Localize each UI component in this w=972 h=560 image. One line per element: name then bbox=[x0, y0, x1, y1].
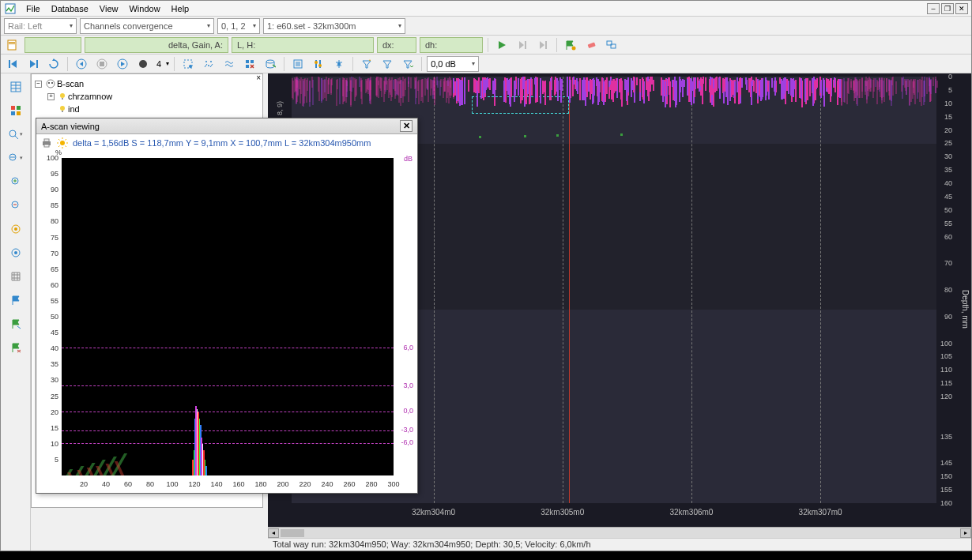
grid-x-icon[interactable] bbox=[241, 55, 258, 73]
delta-field[interactable]: delta, Gain, A: bbox=[85, 37, 228, 53]
svg-point-31 bbox=[337, 62, 341, 66]
svg-line-62 bbox=[58, 146, 60, 148]
file-select[interactable]: 1: e60.set - 32km300m bbox=[263, 18, 405, 34]
rail-select[interactable]: Rail: Left bbox=[4, 18, 77, 34]
tree-close-icon[interactable]: × bbox=[256, 73, 261, 82]
wave-icon[interactable] bbox=[220, 55, 238, 73]
toolbar-1: Rail: Left Channels convergence 0, 1, 2 … bbox=[1, 17, 971, 36]
channels-select[interactable]: Channels convergence bbox=[80, 18, 214, 34]
svg-rect-2 bbox=[9, 42, 15, 43]
svg-rect-33 bbox=[11, 106, 15, 110]
refresh-icon[interactable] bbox=[45, 55, 62, 73]
zoomout-icon[interactable] bbox=[6, 195, 26, 216]
statusbar: Total way run: 32km304m950; Way: 32km304… bbox=[268, 538, 971, 551]
field-a[interactable] bbox=[24, 37, 81, 53]
maximize-button[interactable]: ❐ bbox=[941, 3, 954, 14]
scroll-thumb[interactable] bbox=[281, 529, 304, 537]
collapse-icon[interactable]: − bbox=[35, 81, 42, 88]
svg-rect-22 bbox=[246, 60, 249, 63]
flag-x-icon[interactable] bbox=[6, 337, 26, 358]
dx-field[interactable]: dx: bbox=[377, 37, 416, 53]
menu-window[interactable]: Window bbox=[124, 2, 164, 15]
eraser-icon[interactable] bbox=[582, 36, 600, 54]
svg-point-6 bbox=[572, 46, 576, 50]
zoom-icon[interactable]: ▾ bbox=[6, 124, 26, 145]
funnel-icon[interactable] bbox=[379, 55, 396, 73]
printer-icon[interactable] bbox=[41, 137, 52, 148]
svg-rect-4 bbox=[525, 41, 526, 49]
svg-rect-0 bbox=[6, 4, 15, 13]
channel-range[interactable]: 0, 1, 2 bbox=[217, 18, 260, 34]
tree-root[interactable]: − B-scan bbox=[35, 77, 259, 90]
funnel-star-icon[interactable] bbox=[358, 55, 375, 73]
grid-icon[interactable] bbox=[6, 266, 26, 287]
ascan-close-button[interactable]: ✕ bbox=[400, 120, 413, 132]
filter1-icon[interactable] bbox=[310, 55, 327, 73]
svg-line-61 bbox=[66, 146, 67, 148]
svg-point-29 bbox=[315, 61, 318, 64]
play-skip2-icon[interactable] bbox=[534, 36, 552, 54]
menu-database[interactable]: Database bbox=[47, 2, 93, 15]
h-scrollbar[interactable]: ◂ ▸ bbox=[268, 527, 971, 538]
ascan-plot[interactable] bbox=[62, 158, 394, 475]
svg-point-45 bbox=[47, 80, 55, 88]
play-skip1-icon[interactable] bbox=[514, 36, 531, 54]
ascan-titlebar[interactable]: A-scan viewing ✕ bbox=[36, 118, 417, 134]
rects-icon[interactable] bbox=[603, 36, 620, 54]
step-fwd-icon[interactable] bbox=[24, 55, 42, 73]
svg-point-25 bbox=[266, 60, 274, 63]
svg-rect-54 bbox=[44, 145, 49, 147]
svg-rect-5 bbox=[545, 41, 547, 49]
rewind-icon[interactable] bbox=[73, 55, 90, 73]
db-control[interactable]: 0,0 dB bbox=[427, 56, 479, 72]
step-back-icon[interactable] bbox=[4, 55, 21, 73]
ascan-info: delta = 1,56dB S = 118,7mm Y = 9,1mm X =… bbox=[36, 134, 417, 152]
svg-rect-53 bbox=[44, 139, 49, 141]
svg-rect-1 bbox=[8, 40, 16, 50]
toolbar-2: delta, Gain, A: L, H: dx: dh: bbox=[1, 36, 971, 54]
target-icon[interactable] bbox=[6, 219, 26, 239]
menu-file[interactable]: File bbox=[21, 2, 45, 15]
record-icon[interactable] bbox=[134, 55, 152, 73]
colors-icon[interactable] bbox=[6, 100, 26, 121]
sun-icon[interactable] bbox=[57, 137, 68, 148]
svg-point-47 bbox=[51, 82, 53, 84]
file-icon[interactable] bbox=[4, 36, 21, 54]
funnel-down-icon[interactable] bbox=[399, 55, 416, 73]
main-area: ▾ ▾ × − B-scan bbox=[1, 73, 971, 551]
ascan-body: % dB 10095908580757065605550454035302520… bbox=[36, 152, 417, 493]
lh-field[interactable]: L, H: bbox=[232, 37, 374, 53]
target2-icon[interactable] bbox=[6, 242, 26, 263]
close-button[interactable]: ✕ bbox=[955, 3, 968, 14]
svg-point-21 bbox=[208, 65, 209, 66]
flag-blue-icon[interactable] bbox=[6, 290, 26, 310]
dh-field[interactable]: dh: bbox=[420, 37, 483, 53]
list-icon[interactable] bbox=[289, 55, 307, 73]
content: × − B-scan + chrzamnow i bbox=[31, 73, 971, 551]
tree-item[interactable]: + chrzamnow bbox=[35, 90, 259, 103]
menu-view[interactable]: View bbox=[95, 2, 123, 15]
sparkle-icon[interactable] bbox=[200, 55, 217, 73]
minimize-button[interactable]: – bbox=[927, 3, 940, 14]
play-circle-icon[interactable] bbox=[114, 55, 131, 73]
bulb-icon bbox=[58, 92, 66, 100]
flag-gear-icon[interactable] bbox=[562, 36, 579, 54]
table-icon[interactable] bbox=[6, 77, 26, 97]
select-icon[interactable] bbox=[179, 55, 197, 73]
cursor-line[interactable] bbox=[569, 77, 570, 503]
zoomin-icon[interactable] bbox=[6, 171, 26, 192]
menu-help[interactable]: Help bbox=[167, 2, 194, 15]
db-export-icon[interactable] bbox=[262, 55, 279, 73]
filter2-icon[interactable] bbox=[330, 55, 348, 73]
scroll-left-icon[interactable]: ◂ bbox=[268, 528, 279, 538]
svg-rect-51 bbox=[62, 111, 63, 112]
expand-icon[interactable]: + bbox=[47, 93, 55, 100]
scroll-right-icon[interactable]: ▸ bbox=[960, 528, 971, 538]
play-green-icon[interactable] bbox=[493, 36, 510, 54]
tree-item[interactable]: ind bbox=[35, 103, 259, 115]
stop-icon[interactable] bbox=[93, 55, 111, 73]
window-controls: – ❐ ✕ bbox=[927, 3, 968, 14]
zoomh-icon[interactable]: ▾ bbox=[6, 148, 26, 168]
flag-green-icon[interactable] bbox=[6, 314, 26, 334]
depth-axis: Depth, mm 051015202530354045505560708090… bbox=[938, 77, 971, 503]
